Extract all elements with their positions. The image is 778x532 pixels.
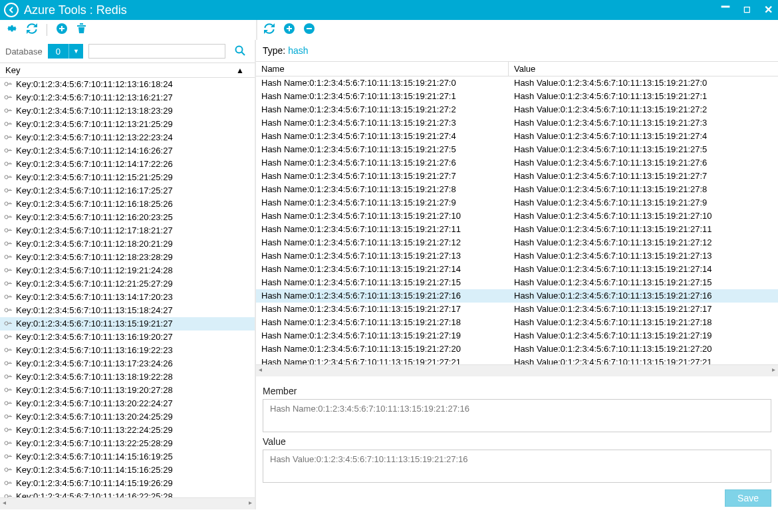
value-input[interactable]: Hash Value:0:1:2:3:4:5:6:7:10:11:13:15:1…	[263, 450, 771, 483]
hash-name: Hash Name:0:1:2:3:4:5:6:7:10:11:13:15:19…	[256, 130, 509, 142]
key-row[interactable]: Key:0:1:2:3:4:5:6:7:10:11:14:15:16:19:25	[0, 450, 255, 464]
key-text: Key:0:1:2:3:4:5:6:7:10:11:12:18:20:21:29	[16, 238, 173, 250]
hash-row[interactable]: Hash Name:0:1:2:3:4:5:6:7:10:11:13:15:19…	[256, 356, 778, 364]
key-row[interactable]: Key:0:1:2:3:4:5:6:7:10:11:12:15:21:25:29	[0, 171, 255, 184]
key-icon	[2, 291, 15, 304]
hash-row[interactable]: Hash Name:0:1:2:3:4:5:6:7:10:11:13:15:19…	[256, 223, 778, 236]
key-row[interactable]: Key:0:1:2:3:4:5:6:7:10:11:13:15:18:24:27	[0, 304, 255, 317]
hash-row[interactable]: Hash Name:0:1:2:3:4:5:6:7:10:11:13:15:19…	[256, 76, 778, 90]
save-button[interactable]: Save	[725, 489, 771, 507]
hash-row[interactable]: Hash Name:0:1:2:3:4:5:6:7:10:11:13:15:19…	[256, 276, 778, 289]
hash-row[interactable]: Hash Name:0:1:2:3:4:5:6:7:10:11:13:15:19…	[256, 183, 778, 196]
hash-row[interactable]: Hash Name:0:1:2:3:4:5:6:7:10:11:13:15:19…	[256, 342, 778, 356]
key-row[interactable]: Key:0:1:2:3:4:5:6:7:10:11:12:13:16:21:27	[0, 91, 255, 104]
value-column-header[interactable]: Value	[509, 62, 778, 76]
key-row[interactable]: Key:0:1:2:3:4:5:6:7:10:11:13:20:22:24:27	[0, 397, 255, 410]
remove-icon[interactable]	[304, 23, 315, 37]
key-row[interactable]: Key:0:1:2:3:4:5:6:7:10:11:12:19:21:24:28	[0, 264, 255, 277]
delete-icon[interactable]	[76, 23, 86, 37]
key-row[interactable]: Key:0:1:2:3:4:5:6:7:10:11:13:20:24:25:29	[0, 410, 255, 424]
key-row[interactable]: Key:0:1:2:3:4:5:6:7:10:11:12:18:23:28:29	[0, 251, 255, 264]
app-title: Azure Tools : Redis	[24, 3, 719, 17]
hash-row[interactable]: Hash Name:0:1:2:3:4:5:6:7:10:11:13:15:19…	[256, 303, 778, 316]
hash-row[interactable]: Hash Name:0:1:2:3:4:5:6:7:10:11:13:15:19…	[256, 130, 778, 143]
key-row[interactable]: Key:0:1:2:3:4:5:6:7:10:11:13:16:19:22:23	[0, 344, 255, 357]
hash-row[interactable]: Hash Name:0:1:2:3:4:5:6:7:10:11:13:15:19…	[256, 249, 778, 263]
key-row[interactable]: Key:0:1:2:3:4:5:6:7:10:11:12:16:20:23:25	[0, 211, 255, 224]
key-row[interactable]: Key:0:1:2:3:4:5:6:7:10:11:13:18:19:22:28	[0, 370, 255, 384]
member-input[interactable]: Hash Name:0:1:2:3:4:5:6:7:10:11:13:15:19…	[263, 399, 771, 432]
key-row[interactable]: Key:0:1:2:3:4:5:6:7:10:11:14:15:19:26:29	[0, 477, 255, 490]
key-row[interactable]: Key:0:1:2:3:4:5:6:7:10:11:12:13:18:23:29	[0, 104, 255, 118]
hash-row[interactable]: Hash Name:0:1:2:3:4:5:6:7:10:11:13:15:19…	[256, 143, 778, 156]
hash-row[interactable]: Hash Name:0:1:2:3:4:5:6:7:10:11:13:15:19…	[256, 156, 778, 170]
key-row[interactable]: Key:0:1:2:3:4:5:6:7:10:11:13:16:19:20:27	[0, 331, 255, 344]
hash-value: Hash Value:0:1:2:3:4:5:6:7:10:11:13:15:1…	[509, 130, 778, 142]
hash-row[interactable]: Hash Name:0:1:2:3:4:5:6:7:10:11:13:15:19…	[256, 316, 778, 329]
key-text: Key:0:1:2:3:4:5:6:7:10:11:12:16:18:25:26	[16, 198, 173, 210]
key-icon	[2, 464, 15, 477]
hash-row[interactable]: Hash Name:0:1:2:3:4:5:6:7:10:11:13:15:19…	[256, 209, 778, 223]
key-text: Key:0:1:2:3:4:5:6:7:10:11:14:15:16:25:29	[16, 464, 173, 476]
key-row[interactable]: Key:0:1:2:3:4:5:6:7:10:11:12:18:20:21:29	[0, 237, 255, 251]
hash-row[interactable]: Hash Name:0:1:2:3:4:5:6:7:10:11:13:15:19…	[256, 236, 778, 249]
horizontal-scrollbar[interactable]	[0, 497, 255, 509]
refresh-icon[interactable]	[264, 23, 275, 37]
key-row[interactable]: Key:0:1:2:3:4:5:6:7:10:11:13:15:19:21:27	[0, 317, 255, 331]
key-icon	[2, 357, 15, 370]
key-row[interactable]: Key:0:1:2:3:4:5:6:7:10:11:12:16:17:25:27	[0, 184, 255, 198]
hash-name: Hash Name:0:1:2:3:4:5:6:7:10:11:13:15:19…	[256, 210, 509, 222]
refresh-icon[interactable]	[27, 23, 37, 37]
search-input[interactable]	[89, 47, 225, 57]
hash-row[interactable]: Hash Name:0:1:2:3:4:5:6:7:10:11:13:15:19…	[256, 116, 778, 130]
key-row[interactable]: Key:0:1:2:3:4:5:6:7:10:11:12:14:16:26:27	[0, 144, 255, 158]
hash-row[interactable]: Hash Name:0:1:2:3:4:5:6:7:10:11:13:15:19…	[256, 263, 778, 276]
horizontal-scrollbar[interactable]	[256, 364, 778, 376]
key-row[interactable]: Key:0:1:2:3:4:5:6:7:10:11:12:13:22:23:24	[0, 131, 255, 144]
key-row[interactable]: Key:0:1:2:3:4:5:6:7:10:11:13:14:17:20:23	[0, 291, 255, 304]
back-icon[interactable]	[4, 3, 19, 17]
key-row[interactable]: Key:0:1:2:3:4:5:6:7:10:11:13:19:20:27:28	[0, 384, 255, 397]
key-row[interactable]: Key:0:1:2:3:4:5:6:7:10:11:12:17:18:21:27	[0, 224, 255, 237]
key-list[interactable]: Key:0:1:2:3:4:5:6:7:10:11:12:13:16:18:24…	[0, 78, 255, 497]
hash-value: Hash Value:0:1:2:3:4:5:6:7:10:11:13:15:1…	[509, 303, 778, 315]
gear-icon[interactable]	[7, 23, 17, 37]
maximize-icon[interactable]: ☐	[742, 6, 752, 14]
minimize-icon[interactable]: ‒	[719, 0, 731, 13]
key-row[interactable]: Key:0:1:2:3:4:5:6:7:10:11:13:17:23:24:26	[0, 357, 255, 370]
hash-row[interactable]: Hash Name:0:1:2:3:4:5:6:7:10:11:13:15:19…	[256, 329, 778, 342]
key-row[interactable]: Key:0:1:2:3:4:5:6:7:10:11:14:15:16:25:29	[0, 464, 255, 477]
key-text: Key:0:1:2:3:4:5:6:7:10:11:12:14:17:22:26	[16, 158, 173, 170]
key-icon	[2, 477, 15, 490]
hash-row[interactable]: Hash Name:0:1:2:3:4:5:6:7:10:11:13:15:19…	[256, 196, 778, 209]
hash-list[interactable]: Hash Name:0:1:2:3:4:5:6:7:10:11:13:15:19…	[256, 76, 778, 364]
key-row[interactable]: Key:0:1:2:3:4:5:6:7:10:11:12:14:17:22:26	[0, 158, 255, 171]
database-selector[interactable]: 0 ▼	[48, 44, 83, 59]
key-icon	[2, 490, 15, 497]
hash-value: Hash Value:0:1:2:3:4:5:6:7:10:11:13:15:1…	[509, 170, 778, 182]
key-row[interactable]: Key:0:1:2:3:4:5:6:7:10:11:13:22:24:25:29	[0, 424, 255, 437]
key-icon	[2, 224, 15, 237]
key-row[interactable]: Key:0:1:2:3:4:5:6:7:10:11:12:16:18:25:26	[0, 198, 255, 211]
key-text: Key:0:1:2:3:4:5:6:7:10:11:13:22:25:28:29	[16, 438, 173, 450]
close-icon[interactable]: ✕	[763, 5, 774, 15]
hash-row[interactable]: Hash Name:0:1:2:3:4:5:6:7:10:11:13:15:19…	[256, 170, 778, 183]
add-icon[interactable]	[284, 23, 295, 37]
title-bar: Azure Tools : Redis ‒ ☐ ✕	[0, 0, 778, 20]
name-column-header[interactable]: Name	[256, 62, 509, 76]
hash-row[interactable]: Hash Name:0:1:2:3:4:5:6:7:10:11:13:15:19…	[256, 90, 778, 103]
add-icon[interactable]	[57, 23, 67, 37]
key-column-header[interactable]: Key ▲	[0, 63, 255, 78]
search-icon[interactable]	[231, 45, 249, 58]
key-row[interactable]: Key:0:1:2:3:4:5:6:7:10:11:12:13:16:18:24	[0, 78, 255, 91]
hash-value: Hash Value:0:1:2:3:4:5:6:7:10:11:13:15:1…	[509, 290, 778, 302]
key-row[interactable]: Key:0:1:2:3:4:5:6:7:10:11:12:13:21:25:29	[0, 118, 255, 131]
hash-row[interactable]: Hash Name:0:1:2:3:4:5:6:7:10:11:13:15:19…	[256, 289, 778, 303]
key-row[interactable]: Key:0:1:2:3:4:5:6:7:10:11:12:21:25:27:29	[0, 277, 255, 291]
key-row[interactable]: Key:0:1:2:3:4:5:6:7:10:11:14:16:22:25:28	[0, 490, 255, 497]
key-row[interactable]: Key:0:1:2:3:4:5:6:7:10:11:13:22:25:28:29	[0, 437, 255, 450]
hash-row[interactable]: Hash Name:0:1:2:3:4:5:6:7:10:11:13:15:19…	[256, 103, 778, 116]
key-text: Key:0:1:2:3:4:5:6:7:10:11:13:15:18:24:27	[16, 305, 173, 317]
left-toolbar	[0, 20, 256, 40]
type-label: Type:	[263, 45, 285, 56]
